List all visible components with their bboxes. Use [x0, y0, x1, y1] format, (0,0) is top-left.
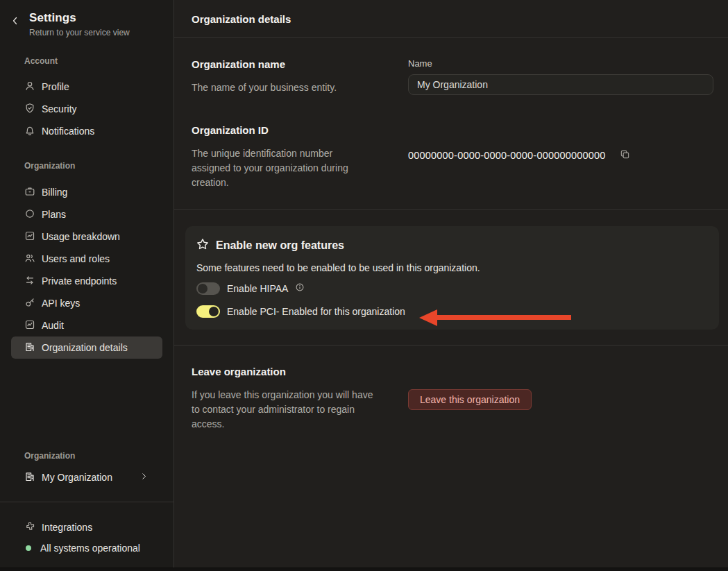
org-switcher-label: My Organization — [42, 472, 112, 483]
sidebar-item-label: Private endpoints — [42, 275, 117, 287]
org-name-description: The name of your business entity. — [192, 80, 373, 95]
swap-arrows-icon — [24, 275, 35, 288]
leave-org-description: If you leave this organization you will … — [192, 388, 373, 432]
info-icon[interactable] — [295, 282, 305, 295]
users-icon — [24, 253, 35, 266]
sidebar-item-private-endpoints[interactable]: Private endpoints — [11, 270, 162, 292]
page-title: Organization details — [192, 13, 291, 25]
key-icon — [24, 297, 35, 310]
sidebar-subtitle: Return to your service view — [29, 28, 130, 37]
sidebar-item-label: Profile — [42, 81, 69, 92]
sidebar-item-label: Organization details — [42, 342, 128, 353]
page-header: Organization details — [174, 0, 728, 38]
sidebar-divider — [0, 502, 173, 502]
sidebar-item-label: Billing — [42, 187, 67, 198]
pci-toggle[interactable] — [196, 305, 220, 318]
leave-org-button[interactable]: Leave this organization — [408, 389, 532, 410]
building-icon — [24, 471, 35, 484]
sidebar-item-usage-breakdown[interactable]: Usage breakdown — [11, 225, 162, 248]
circle-icon — [24, 208, 35, 221]
status-dot — [26, 545, 31, 551]
section-label-organization: Organization — [24, 161, 173, 171]
activity-icon — [24, 319, 35, 332]
name-field-label: Name — [408, 58, 713, 69]
pci-toggle-label: Enable PCI- Enabled for this organizatio… — [227, 306, 405, 317]
org-name-input[interactable] — [408, 74, 713, 95]
org-id-section: Organization ID The unique identificatio… — [174, 95, 728, 190]
hipaa-toggle-label: Enable HIPAA — [227, 283, 288, 294]
copy-org-id-button[interactable] — [620, 149, 630, 162]
sidebar-item-users-and-roles[interactable]: Users and roles — [11, 248, 162, 270]
sidebar-item-profile[interactable]: Profile — [11, 76, 162, 98]
billing-icon — [24, 186, 35, 199]
back-to-service-view[interactable]: Settings Return to your service view — [0, 0, 173, 37]
sidebar-item-label: API keys — [42, 298, 80, 309]
features-card-description: Some features need to be enabled to be u… — [196, 262, 708, 273]
pci-toggle-row: Enable PCI- Enabled for this organizatio… — [196, 304, 708, 319]
org-name-title: Organization name — [192, 58, 373, 70]
hipaa-toggle[interactable] — [196, 282, 220, 295]
integrations-link[interactable]: Integrations — [11, 516, 162, 538]
sidebar-item-label: Users and roles — [42, 253, 110, 264]
account-nav: Profile Security Notifications — [0, 76, 173, 142]
features-card-title: Enable new org features — [216, 239, 344, 252]
sidebar-item-notifications[interactable]: Notifications — [11, 120, 162, 142]
puzzle-icon — [24, 521, 35, 534]
building-icon — [24, 341, 35, 355]
sidebar-item-billing[interactable]: Billing — [11, 181, 162, 203]
org-switcher[interactable]: My Organization — [11, 466, 162, 488]
sidebar-item-organization-details[interactable]: Organization details — [11, 336, 162, 359]
user-icon — [24, 80, 35, 94]
hipaa-toggle-row: Enable HIPAA — [196, 281, 708, 296]
integrations-label: Integrations — [42, 522, 92, 533]
sidebar-item-label: Plans — [42, 209, 66, 220]
sidebar-item-label: Usage breakdown — [42, 231, 120, 242]
org-id-description: The unique identification number assigne… — [192, 146, 373, 190]
settings-app: Settings Return to your service view Acc… — [0, 0, 728, 571]
org-id-title: Organization ID — [192, 124, 373, 136]
bell-icon — [24, 125, 35, 138]
sidebar-item-label: Security — [42, 103, 77, 114]
features-card: Enable new org features Some features ne… — [185, 226, 719, 330]
sidebar-title: Settings — [29, 11, 130, 25]
section-label-organization-bottom: Organization — [24, 451, 173, 461]
chevron-left-icon — [10, 11, 22, 37]
sidebar-item-audit[interactable]: Audit — [11, 314, 162, 336]
org-name-section: Organization name The name of your busin… — [174, 38, 728, 95]
org-id-value: 00000000-0000-0000-0000-000000000000 — [408, 150, 606, 161]
settings-sidebar: Settings Return to your service view Acc… — [0, 0, 174, 571]
sidebar-item-api-keys[interactable]: API keys — [11, 292, 162, 314]
organization-nav: Billing Plans Usage breakdown Users and … — [0, 181, 173, 359]
system-status-link[interactable]: All systems operational — [11, 538, 162, 558]
chart-icon — [24, 230, 35, 244]
section-label-account: Account — [24, 56, 173, 66]
copy-icon — [620, 149, 630, 162]
leave-org-section: Leave organization If you leave this org… — [174, 346, 728, 432]
sidebar-bottom: Organization My Organization Integration… — [0, 451, 173, 571]
sidebar-item-label: Audit — [42, 320, 64, 331]
sidebar-item-security[interactable]: Security — [11, 98, 162, 120]
sidebar-item-label: Notifications — [42, 126, 94, 137]
organization-details-page: Organization details Organization name T… — [174, 0, 728, 571]
divider — [174, 209, 728, 210]
sidebar-item-plans[interactable]: Plans — [11, 203, 162, 225]
window-bottom-edge — [0, 568, 728, 571]
leave-org-title: Leave organization — [192, 366, 373, 377]
star-icon — [196, 238, 209, 253]
shield-check-icon — [24, 103, 35, 116]
chevron-right-icon — [139, 472, 149, 483]
status-label: All systems operational — [40, 543, 140, 554]
